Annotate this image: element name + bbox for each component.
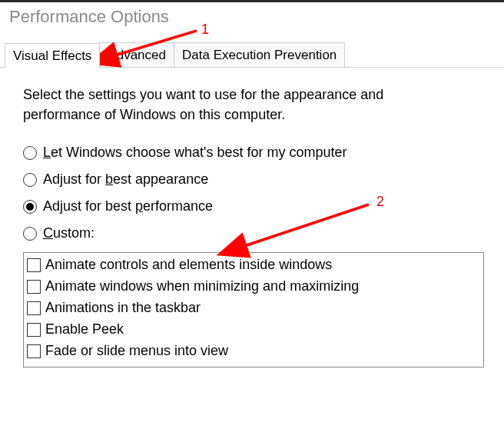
tab-label: Visual Effects — [13, 48, 91, 63]
radio-label: Adjust for best appearance — [43, 171, 208, 188]
tab-dep[interactable]: Data Execution Prevention — [174, 42, 345, 67]
radio-label: Let Windows choose what's best for my co… — [43, 145, 347, 161]
list-item-label: Enable Peek — [45, 319, 124, 341]
checkbox-icon[interactable] — [27, 323, 41, 337]
list-item[interactable]: Enable Peek — [27, 319, 480, 341]
checkbox-icon[interactable] — [27, 344, 41, 358]
list-item-label: Animate windows when minimizing and maxi… — [45, 276, 359, 298]
list-item-label: Animations in the taskbar — [45, 298, 201, 319]
list-item-label: Fade or slide menus into view — [45, 341, 228, 362]
radio-best-performance[interactable]: Adjust for best performance — [23, 198, 482, 214]
radio-label: Adjust for best performance — [43, 198, 213, 214]
radio-custom[interactable]: Custom: — [23, 225, 482, 241]
list-item[interactable]: Animate windows when minimizing and maxi… — [27, 276, 480, 298]
list-item[interactable]: Fade or slide menus into view — [27, 341, 480, 362]
list-item[interactable]: Animate controls and elements inside win… — [27, 254, 480, 276]
tab-label: Advanced — [108, 48, 166, 62]
tab-content: Select the settings you want to use for … — [0, 68, 504, 367]
list-item-label: Animate controls and elements inside win… — [45, 254, 332, 276]
radio-icon — [23, 200, 37, 214]
checkbox-icon[interactable] — [27, 280, 41, 294]
intro-text: Select the settings you want to use for … — [23, 85, 453, 125]
checkbox-icon[interactable] — [27, 301, 41, 315]
radio-best-appearance[interactable]: Adjust for best appearance — [23, 171, 482, 188]
tab-visual-effects[interactable]: Visual Effects — [5, 43, 100, 68]
radio-icon — [23, 173, 37, 187]
tab-advanced[interactable]: Advanced — [99, 42, 174, 67]
radio-icon — [23, 146, 37, 160]
effects-listbox[interactable]: Animate controls and elements inside win… — [23, 252, 484, 367]
tab-strip: Visual Effects Advanced Data Execution P… — [0, 42, 504, 68]
window-title: Performance Options — [0, 2, 504, 36]
checkbox-icon[interactable] — [27, 258, 41, 272]
radio-label: Custom: — [43, 225, 94, 241]
radio-let-windows-choose[interactable]: Let Windows choose what's best for my co… — [23, 145, 482, 161]
tab-label: Data Execution Prevention — [182, 48, 337, 62]
annotation-label-2: 2 — [376, 194, 384, 210]
list-item[interactable]: Animations in the taskbar — [27, 298, 480, 319]
radio-dot-icon — [26, 203, 34, 211]
annotation-label-1: 1 — [201, 22, 209, 38]
radio-icon — [23, 227, 37, 241]
